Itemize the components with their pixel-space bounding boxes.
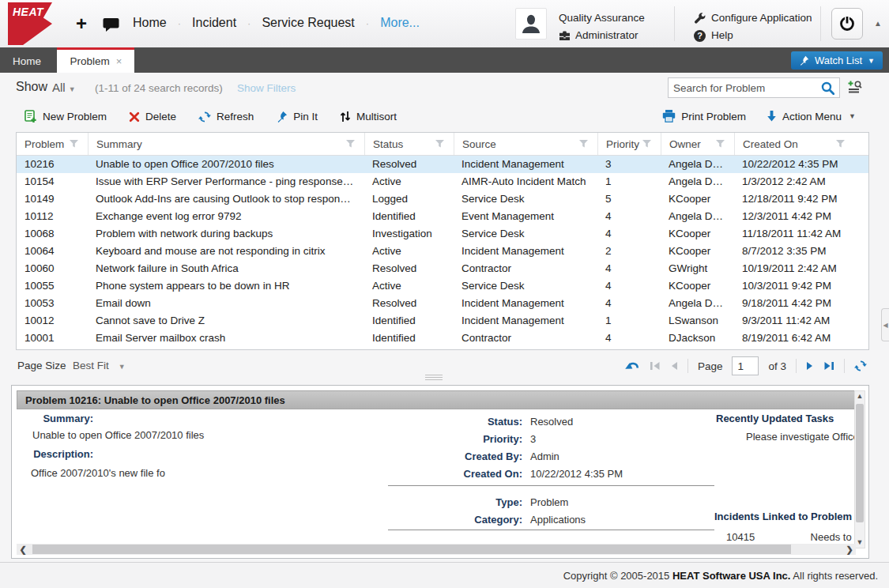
scrollbar-thumb[interactable] [32, 545, 791, 554]
splitter-grip[interactable] [425, 375, 443, 382]
cell-priority: 4 [597, 225, 661, 243]
type-field: Type:Problem [273, 495, 715, 509]
cell-summary: Exchange event log error 9792 [88, 208, 364, 225]
column-header-priority[interactable]: Priority [597, 133, 661, 155]
task-item[interactable]: Please investigate Office [746, 431, 857, 443]
linked-incident-row[interactable]: 10415 Needs to u [726, 530, 860, 544]
recently-updated-tasks-header: Recently Updated Tasks [716, 413, 834, 424]
cell-source: Service Desk [454, 277, 597, 295]
new-problem-button[interactable]: New Problem [24, 110, 107, 123]
cell-status: Identified [364, 330, 454, 347]
cell-priority: 4 [597, 295, 661, 312]
first-page-button[interactable] [650, 361, 661, 371]
cell-owner: Angela Dale [661, 173, 734, 190]
scroll-left-arrow-icon[interactable]: ❮ [17, 544, 29, 555]
wrench-icon [694, 13, 706, 24]
column-header-created-on[interactable]: Created On [734, 133, 868, 155]
multisort-button[interactable]: Multisort [340, 110, 397, 123]
return-to-list-icon[interactable] [624, 360, 640, 372]
table-row[interactable]: 10216 Unable to open Office 2007/2010 fi… [17, 156, 868, 173]
copyright-company: HEAT Software USA Inc. [672, 570, 791, 582]
side-panel-collapse-handle[interactable]: ◀ [881, 308, 889, 341]
tab-close-icon[interactable]: × [116, 55, 122, 67]
saved-search-icon[interactable] [847, 80, 862, 95]
new-record-icon[interactable]: + [76, 13, 87, 35]
table-row[interactable]: 10154 Issue with ERP Server Performance … [17, 173, 868, 190]
incident-id[interactable]: 10415 [726, 531, 755, 543]
logout-power-button[interactable] [831, 8, 863, 40]
filter-funnel-icon[interactable] [642, 140, 651, 148]
watch-list-button[interactable]: Watch List ▼ [791, 51, 883, 70]
scrollbar-thumb[interactable] [856, 404, 864, 522]
nav-separator: · [247, 17, 251, 29]
user-avatar[interactable] [515, 8, 547, 40]
table-row[interactable]: 10149 Outlook Add-Ins are causing Outloo… [17, 190, 868, 208]
column-header-summary[interactable]: Summary [88, 133, 364, 155]
page-number-input[interactable] [732, 356, 759, 375]
problem-grid: Problem Summary Status Source Priority O… [16, 132, 869, 350]
delete-button[interactable]: Delete [129, 110, 176, 123]
scroll-up-arrow-icon[interactable]: ▲ [855, 391, 865, 401]
action-menu-button[interactable]: Action Menu ▼ [767, 110, 856, 122]
show-filters-link[interactable]: Show Filters [237, 82, 296, 94]
nav-home[interactable]: Home [133, 16, 167, 30]
nav-more[interactable]: More... [380, 16, 420, 30]
incident-summary: Needs to u [811, 531, 861, 543]
tab-problem[interactable]: Problem × [57, 47, 134, 73]
filter-funnel-icon[interactable] [716, 140, 725, 148]
pagination-bar: Page Size Best Fit▼ Page of 3 [0, 350, 889, 382]
nav-separator: · [178, 17, 181, 29]
configure-application-link[interactable]: Configure Application [694, 9, 812, 27]
page-size-dropdown[interactable]: Best Fit▼ [73, 360, 126, 371]
column-header-problem[interactable]: Problem [17, 133, 88, 155]
search-input[interactable] [669, 82, 821, 94]
filter-funnel-icon[interactable] [346, 140, 355, 148]
table-row[interactable]: 10112 Exchange event log error 9792 Iden… [17, 208, 868, 225]
last-page-button[interactable] [823, 361, 834, 371]
table-row[interactable]: 10001 Email Server mailbox crash Identif… [17, 330, 868, 347]
table-row[interactable]: 10060 Network failure in South Africa Re… [17, 260, 868, 277]
cell-created-on: 10/19/2011 2:42 AM [734, 260, 868, 277]
pin-it-button[interactable]: Pin It [276, 110, 318, 123]
filter-funnel-icon[interactable] [579, 140, 588, 148]
refresh-button[interactable]: Refresh [198, 110, 254, 123]
column-header-status[interactable]: Status [364, 133, 454, 155]
help-link[interactable]: ? Help [694, 27, 812, 44]
chat-bubble-icon[interactable] [103, 17, 119, 32]
table-row[interactable]: 10053 Email down Resolved Incident Manag… [17, 295, 868, 312]
print-problem-button[interactable]: Print Problem [662, 110, 746, 122]
previous-page-button[interactable] [670, 361, 678, 371]
refresh-list-icon[interactable] [854, 360, 867, 372]
heat-logo[interactable]: HEAT [8, 2, 52, 45]
summary-field-value: Unable to open Office 2007/2010 files [32, 429, 204, 441]
filter-funnel-icon[interactable] [435, 140, 444, 148]
new-problem-label: New Problem [43, 111, 107, 122]
nav-incident[interactable]: Incident [192, 16, 236, 30]
filter-funnel-icon[interactable] [836, 140, 845, 148]
table-row[interactable]: 10012 Cannot save to Drive Z Identified … [17, 312, 868, 330]
tab-home[interactable]: Home [0, 49, 54, 74]
cell-priority: 3 [597, 156, 661, 173]
nav-service-request[interactable]: Service Request [262, 16, 354, 30]
cell-created-on: 11/18/2011 11:42 AM [734, 225, 868, 243]
scroll-down-arrow-icon[interactable]: ▼ [855, 537, 865, 548]
table-row[interactable]: 10068 Problem with network during backup… [17, 225, 868, 243]
page-size-label: Page Size [17, 360, 66, 371]
table-row[interactable]: 10064 Keyboard and mouse are not respond… [17, 243, 868, 260]
new-document-icon [24, 110, 37, 123]
cell-priority: 4 [597, 208, 661, 225]
cell-source: Incident Management [454, 295, 597, 312]
search-icon[interactable] [821, 81, 834, 95]
table-row[interactable]: 10055 Phone system appears to be down in… [17, 277, 868, 295]
show-dropdown[interactable]: All▼ [52, 81, 76, 94]
user-info: Quality Assurance Administrator [559, 9, 645, 44]
detail-horizontal-scrollbar[interactable]: ❮ ❯ [17, 544, 856, 555]
cell-status: Investigation [364, 225, 454, 243]
detail-vertical-scrollbar[interactable]: ▲ ▼ [854, 390, 865, 548]
scroll-right-arrow-icon[interactable]: ❯ [843, 544, 856, 555]
collapse-header-arrow-icon[interactable]: ▲ [874, 19, 882, 28]
next-page-button[interactable] [806, 361, 814, 371]
column-header-owner[interactable]: Owner [661, 133, 734, 155]
filter-funnel-icon[interactable] [70, 140, 78, 148]
column-header-source[interactable]: Source [454, 133, 597, 155]
